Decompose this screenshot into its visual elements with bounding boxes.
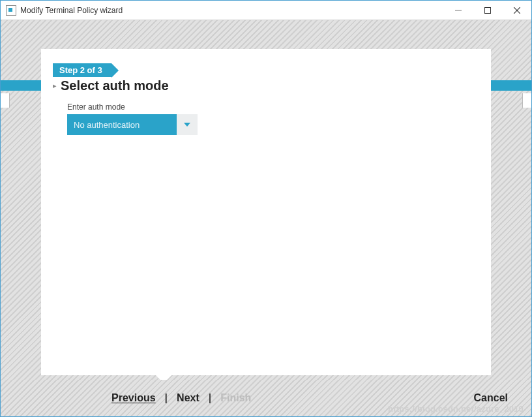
close-button[interactable] xyxy=(502,1,531,20)
next-button[interactable]: Next xyxy=(177,392,200,404)
wizard-window: Modify Terminal Policy wizard Step 2 of … xyxy=(0,0,532,417)
window-controls xyxy=(443,1,531,20)
dropdown-arrow-icon xyxy=(177,114,198,135)
content-panel: Step 2 of 3 ▸ Select auth mode Enter aut… xyxy=(41,49,491,375)
auth-mode-value: No authentication xyxy=(67,114,177,135)
auth-mode-dropdown[interactable]: No authentication xyxy=(67,114,198,135)
window-title: Modify Terminal Policy wizard xyxy=(20,6,123,15)
auth-mode-label: Enter auth mode xyxy=(67,102,479,112)
nav-separator: | xyxy=(165,392,168,404)
background-region: Step 2 of 3 ▸ Select auth mode Enter aut… xyxy=(1,20,531,380)
section-title: Select auth mode xyxy=(61,78,169,93)
body-area: Step 2 of 3 ▸ Select auth mode Enter aut… xyxy=(1,20,531,416)
decorative-panel-right xyxy=(522,93,531,108)
decorative-panel-left xyxy=(1,93,10,108)
wizard-footer: Previous | Next | Finish Cancel https://… xyxy=(1,380,531,416)
minimize-button[interactable] xyxy=(443,1,473,20)
step-badge: Step 2 of 3 xyxy=(53,63,111,77)
collapse-arrow-icon: ▸ xyxy=(53,82,57,90)
section-title-row: ▸ Select auth mode xyxy=(53,78,479,93)
titlebar: Modify Terminal Policy wizard xyxy=(1,1,531,20)
app-icon xyxy=(6,5,16,16)
watermark-text: https://blog.csdn.net/azure_2010 xyxy=(388,404,524,414)
svg-rect-1 xyxy=(484,7,490,13)
nav-separator: | xyxy=(209,392,211,404)
cancel-button[interactable]: Cancel xyxy=(474,392,508,404)
previous-button[interactable]: Previous xyxy=(111,392,156,404)
finish-button: Finish xyxy=(220,392,251,404)
maximize-button[interactable] xyxy=(473,1,502,20)
svg-marker-4 xyxy=(184,123,190,127)
